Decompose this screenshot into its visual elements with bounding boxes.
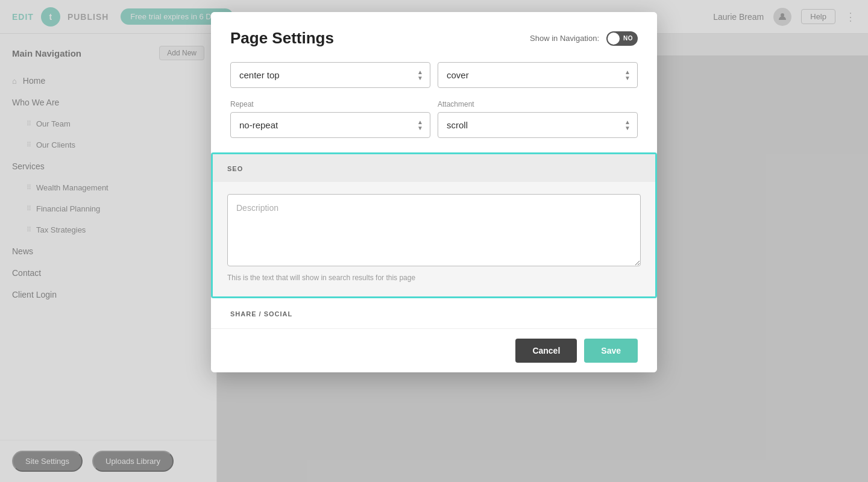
nav-toggle-group: Show in Navigation: NO xyxy=(530,31,638,46)
position-select[interactable]: center top center center center bottom l… xyxy=(230,62,430,88)
attachment-label: Attachment xyxy=(438,100,638,108)
modal-overlay: Page Settings Show in Navigation: NO cen… xyxy=(0,0,868,482)
share-social-section: SHARE / SOCIAL xyxy=(211,298,657,328)
save-button[interactable]: Save xyxy=(584,339,638,363)
attachment-select[interactable]: scroll fixed local xyxy=(438,112,638,138)
repeat-select[interactable]: no-repeat repeat repeat-x repeat-y xyxy=(230,112,430,138)
modal-footer: Cancel Save xyxy=(211,328,657,372)
modal-title: Page Settings xyxy=(230,29,334,48)
page-settings-modal: Page Settings Show in Navigation: NO cen… xyxy=(211,12,657,372)
share-social-title: SHARE / SOCIAL xyxy=(230,310,292,318)
cancel-button[interactable]: Cancel xyxy=(515,339,577,363)
attachment-group: Attachment scroll fixed local ▲ ▼ xyxy=(438,100,638,138)
seo-hint: This is the text that will show in searc… xyxy=(227,274,641,282)
toggle-knob xyxy=(608,33,620,45)
seo-section: SEO This is the text that will show in s… xyxy=(211,152,657,298)
position-size-row: center top center center center bottom l… xyxy=(230,62,638,88)
position-select-wrapper: center top center center center bottom l… xyxy=(230,62,430,88)
repeat-attachment-row: Repeat no-repeat repeat repeat-x repeat-… xyxy=(230,100,638,138)
size-select-wrapper: cover contain auto 100% ▲ ▼ xyxy=(438,62,638,88)
seo-description-input[interactable] xyxy=(227,194,641,266)
show-in-navigation-toggle[interactable]: NO xyxy=(606,31,638,46)
size-select[interactable]: cover contain auto 100% xyxy=(438,62,638,88)
repeat-select-wrapper: no-repeat repeat repeat-x repeat-y ▲ ▼ xyxy=(230,112,430,138)
repeat-group: Repeat no-repeat repeat repeat-x repeat-… xyxy=(230,100,430,138)
modal-top-section: Page Settings Show in Navigation: NO cen… xyxy=(211,12,657,152)
repeat-label: Repeat xyxy=(230,100,430,108)
seo-section-header: SEO xyxy=(213,154,655,182)
attachment-select-wrapper: scroll fixed local ▲ ▼ xyxy=(438,112,638,138)
seo-section-body: This is the text that will show in searc… xyxy=(213,182,655,296)
seo-title: SEO xyxy=(227,165,243,172)
modal-header: Page Settings Show in Navigation: NO xyxy=(230,29,638,48)
toggle-no-label: NO xyxy=(623,35,633,42)
show-in-nav-label: Show in Navigation: xyxy=(530,34,599,43)
